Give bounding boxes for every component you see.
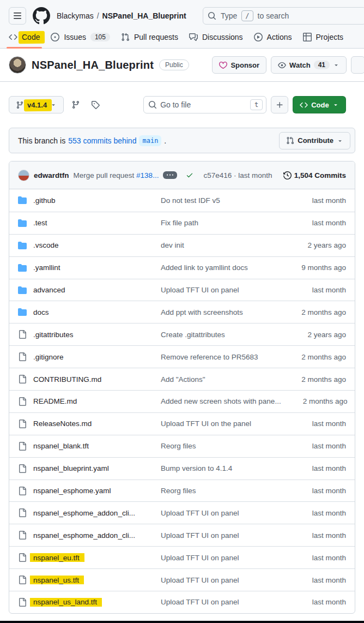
main-branch-label[interactable]: main <box>139 135 161 146</box>
file-updated-date: last month <box>280 531 346 540</box>
file-link[interactable]: .gitattributes <box>33 331 74 339</box>
git-branch-icon <box>16 101 24 109</box>
file-link[interactable]: ReleaseNotes.md <box>33 420 92 428</box>
file-link[interactable]: .test <box>33 219 47 227</box>
folder-icon <box>18 263 27 272</box>
global-search-input[interactable]: Type / to search <box>203 7 364 25</box>
play-icon <box>254 33 263 41</box>
watch-button[interactable]: Watch 41 <box>271 56 347 74</box>
tab-actions[interactable]: Actions <box>250 29 296 48</box>
commit-author-avatar[interactable] <box>18 170 29 181</box>
file-updated-date: last month <box>280 576 346 584</box>
file-link[interactable]: nspanel_eu.tft <box>33 554 80 562</box>
commit-message-link[interactable]: dev init <box>161 241 184 249</box>
folder-icon <box>18 286 27 295</box>
file-link[interactable]: CONTRIBUTING.md <box>33 375 101 384</box>
commit-message-link[interactable]: Upload TFT UI on panel <box>161 554 239 562</box>
file-link[interactable]: nspanel_esphome_addon_cli... <box>33 531 135 540</box>
folder-icon <box>18 241 27 250</box>
tab-projects[interactable]: Projects <box>299 29 348 48</box>
commit-message-link[interactable]: Added link to yamllint docs <box>161 263 248 272</box>
commit-count-label: 1,504 Commits <box>294 171 346 179</box>
tab-issues[interactable]: Issues 105 <box>46 29 114 48</box>
file-updated-date: last month <box>280 598 346 606</box>
commit-message-link[interactable]: Reorg files <box>161 487 196 495</box>
file-link[interactable]: nspanel_us_land.tft <box>33 598 97 606</box>
table-row: docsAdd ppt with screenshots2 months ago <box>9 301 355 323</box>
cut-off-button[interactable] <box>351 56 364 74</box>
banner-suffix: . <box>164 136 166 145</box>
hamburger-menu-button[interactable] <box>9 7 26 25</box>
commit-message-link[interactable]: Upload TFT UI on panel <box>161 576 239 584</box>
breadcrumb-repo[interactable]: NSPanel_HA_Blueprint <box>102 11 186 20</box>
file-link[interactable]: .github <box>33 196 56 205</box>
commit-message-text: Merge pull request <box>74 171 135 179</box>
branch-selector-button[interactable]: v4.1.4 <box>9 96 64 113</box>
file-link[interactable]: nspanel_blueprint.yaml <box>33 464 109 472</box>
commit-message-link[interactable]: Do not test IDF v5 <box>161 196 220 205</box>
repo-nav: Code Issues 105 Pull requests Discussion… <box>0 25 364 49</box>
commit-message-link[interactable]: Remove reference to PR5683 <box>161 353 258 361</box>
sponsor-button[interactable]: Sponsor <box>212 56 266 74</box>
commit-message-link[interactable]: Upload TFT UI on panel <box>161 286 239 294</box>
file-icon <box>18 531 27 540</box>
file-link[interactable]: nspanel_esphome.yaml <box>33 487 111 495</box>
file-link[interactable]: nspanel_blank.tft <box>33 442 89 450</box>
commit-history-link[interactable]: 1,504 Commits <box>283 171 346 179</box>
file-updated-date: last month <box>280 509 346 517</box>
commits-behind-link[interactable]: 553 commits behind <box>68 136 136 145</box>
global-header: Blackymas / NSPanel_HA_Blueprint Type / … <box>0 0 364 25</box>
folder-icon <box>18 196 27 205</box>
check-icon[interactable] <box>186 171 193 179</box>
breadcrumb-separator: / <box>97 11 99 20</box>
commit-message-link[interactable]: Added new screen shots with pane... <box>161 397 281 405</box>
tab-discussions[interactable]: Discussions <box>185 29 247 48</box>
file-updated-date: last month <box>280 464 346 472</box>
file-link[interactable]: .yamllint <box>33 263 60 272</box>
table-row: CONTRIBUTING.mdAdd "Actions"2 months ago <box>9 368 355 390</box>
code-button-label: Code <box>311 101 329 109</box>
add-file-button[interactable] <box>271 96 288 113</box>
tab-projects-label: Projects <box>316 33 344 41</box>
commit-message-link[interactable]: Create .gitattributes <box>161 331 225 339</box>
file-link[interactable]: README.md <box>33 397 77 405</box>
commit-message-link[interactable]: Merge pull request #138... <box>74 171 159 179</box>
commit-author-name[interactable]: edwardtfn <box>34 171 69 179</box>
github-logo-icon[interactable] <box>33 7 50 25</box>
tab-pull-requests[interactable]: Pull requests <box>117 29 183 48</box>
commit-message-link[interactable]: Upload TFT UI on the panel <box>161 420 251 428</box>
file-updated-date: 2 months ago <box>280 375 346 384</box>
tags-link-icon[interactable] <box>88 97 103 112</box>
active-tab-underline <box>7 47 42 49</box>
chevron-down-icon <box>337 137 343 144</box>
breadcrumb-owner[interactable]: Blackymas <box>57 11 94 20</box>
commit-message-link[interactable]: Upload TFT UI on panel <box>161 509 239 517</box>
repo-owner-avatar[interactable] <box>9 56 26 74</box>
branches-link-icon[interactable] <box>68 97 83 112</box>
file-link[interactable]: docs <box>33 308 49 316</box>
contribute-button[interactable]: Contribute <box>279 132 350 149</box>
tab-code[interactable]: Code <box>4 29 44 48</box>
commit-sha-time[interactable]: c57e416 · last month <box>203 171 272 179</box>
table-row: nspanel_us_land.tftUpload TFT UI on pane… <box>9 591 355 613</box>
commit-message-link[interactable]: Upload TFT UI on panel <box>161 531 239 540</box>
comment-discussion-icon <box>189 33 198 41</box>
file-link[interactable]: nspanel_us.tft <box>33 576 79 584</box>
commit-message-link[interactable]: Bump version to 4.1.4 <box>161 464 232 472</box>
commit-message-link[interactable]: Add "Actions" <box>161 375 205 384</box>
file-link[interactable]: .vscode <box>33 241 59 249</box>
chevron-down-icon <box>332 101 339 108</box>
plus-icon <box>276 101 284 109</box>
code-dropdown-button[interactable]: Code <box>293 96 346 113</box>
banner-prefix: This branch is <box>18 136 65 145</box>
file-link[interactable]: advanced <box>33 286 65 294</box>
commit-message-link[interactable]: Upload TFT UI on panel <box>161 598 239 606</box>
commit-message-link[interactable]: Reorg files <box>161 442 196 450</box>
commit-description-toggle[interactable] <box>163 171 177 179</box>
commit-message-link[interactable]: Fix file path <box>161 219 198 227</box>
file-link[interactable]: .gitignore <box>33 353 64 361</box>
file-updated-date: 2 years ago <box>280 241 346 249</box>
file-link[interactable]: nspanel_esphome_addon_cli... <box>33 509 135 517</box>
commit-message-link[interactable]: Add ppt with screenshots <box>161 308 243 316</box>
go-to-file-input[interactable] <box>143 96 266 113</box>
